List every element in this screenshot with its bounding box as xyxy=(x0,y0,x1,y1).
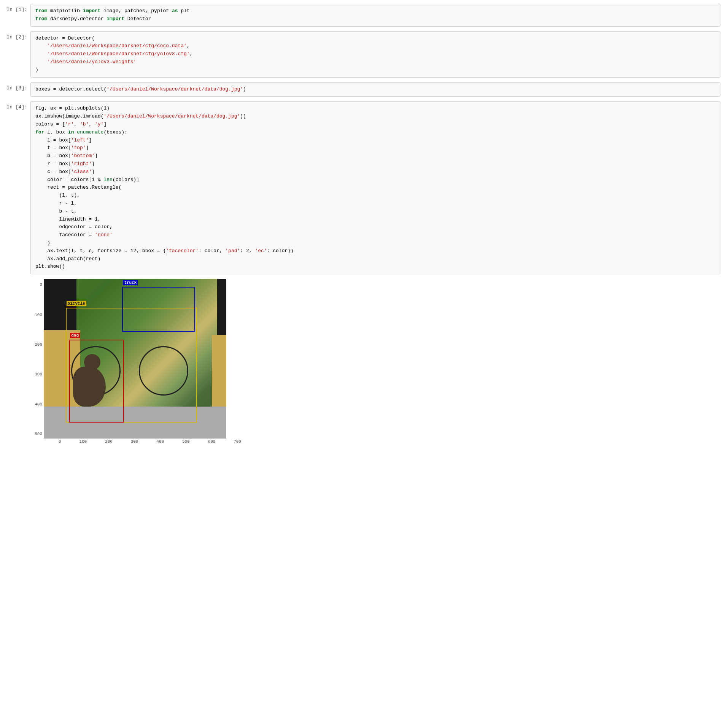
code-line: l = box['left'] xyxy=(35,137,715,145)
notebook-cell-cell4: In [4]:fig, ax = plt.subplots(1)ax.imsho… xyxy=(0,101,728,274)
code-line: ax.text(l, t, c, fontsize = 12, bbox = {… xyxy=(35,247,715,255)
code-line: from matplotlib import image, patches, p… xyxy=(35,7,715,15)
code-line: r = box['right'] xyxy=(35,160,715,168)
x-axis-row: 0100200300400500600700 xyxy=(59,439,241,444)
notebook-cell-cell3: In [3]:boxes = detector.detect('/Users/d… xyxy=(0,82,728,97)
bbox-truck: truck xyxy=(122,287,195,332)
cell-code-block[interactable]: from matplotlib import image, patches, p… xyxy=(30,4,720,27)
code-line: ax.imshow(image.imread('/Users/daniel/Wo… xyxy=(35,113,715,121)
code-line: from darknetpy.detector import Detector xyxy=(35,15,715,23)
code-line: color = colors[i % len(colors)] xyxy=(35,176,715,184)
code-line: edgecolor = color, xyxy=(35,223,715,231)
code-line: boxes = detector.detect('/Users/daniel/W… xyxy=(35,86,715,94)
x-axis-label: 400 xyxy=(156,439,164,444)
cell-label: In [3]: xyxy=(0,82,30,91)
bbox-dog: dog xyxy=(69,340,124,423)
cell-output-plot: 0100200300400500 xyxy=(30,279,720,444)
code-line: detector = Detector( xyxy=(35,35,715,43)
code-line: b = box['bottom'] xyxy=(35,152,715,160)
cell-code-block[interactable]: fig, ax = plt.subplots(1)ax.imshow(image… xyxy=(30,101,720,274)
code-line: '/Users/daniel/Workspace/darknet/cfg/yol… xyxy=(35,50,715,58)
x-axis-label: 500 xyxy=(182,439,190,444)
y-axis-label: 500 xyxy=(30,432,42,436)
cell-label: In [1]: xyxy=(0,4,30,13)
y-axis-label: 100 xyxy=(30,313,42,317)
code-line: for i, box in enumerate(boxes): xyxy=(35,129,715,137)
y-axis-label: 200 xyxy=(30,342,42,347)
notebook-cell-cell2: In [2]:detector = Detector( '/Users/dani… xyxy=(0,31,728,78)
code-line: facecolor = 'none' xyxy=(35,231,715,239)
y-axis-label: 0 xyxy=(30,283,42,287)
dog-label: dog xyxy=(70,333,80,338)
code-line: t = box['top'] xyxy=(35,144,715,152)
x-axis-label: 300 xyxy=(131,439,138,444)
x-axis-label: 600 xyxy=(208,439,216,444)
code-line: '/Users/daniel/yolov3.weights' xyxy=(35,58,715,66)
code-line: ax.add_patch(rect) xyxy=(35,255,715,263)
y-axis-label: 400 xyxy=(30,402,42,407)
code-line: fig, ax = plt.subplots(1) xyxy=(35,105,715,113)
x-axis: 0100200300400500600700 xyxy=(59,439,241,444)
plot-area: 0100200300400500 xyxy=(30,279,720,444)
x-axis-label: 200 xyxy=(105,439,113,444)
code-line: ) xyxy=(35,239,715,247)
code-line: '/Users/daniel/Workspace/darknet/cfg/coc… xyxy=(35,42,715,50)
plot-image: bicycle truck dog xyxy=(44,279,226,439)
code-line: r - l, xyxy=(35,200,715,208)
code-line: (l, t), xyxy=(35,192,715,200)
code-line: ) xyxy=(35,66,715,74)
code-line: plt.show() xyxy=(35,263,715,271)
code-line: colors = ['r', 'b', 'y'] xyxy=(35,121,715,129)
y-axis: 0100200300400500 xyxy=(30,279,44,444)
truck-label: truck xyxy=(123,280,138,285)
bicycle-label: bicycle xyxy=(67,301,86,306)
cell-label: In [2]: xyxy=(0,31,30,40)
code-line: linewidth = 1, xyxy=(35,216,715,224)
cell-code-block[interactable]: detector = Detector( '/Users/daniel/Work… xyxy=(30,31,720,78)
notebook-cell-cell1: In [1]:from matplotlib import image, pat… xyxy=(0,4,728,27)
code-line: c = box['class'] xyxy=(35,168,715,176)
x-axis-label: 100 xyxy=(79,439,87,444)
x-axis-label: 700 xyxy=(234,439,241,444)
y-axis-label: 300 xyxy=(30,372,42,377)
cell-code-block[interactable]: boxes = detector.detect('/Users/daniel/W… xyxy=(30,82,720,97)
code-line: rect = patches.Rectangle( xyxy=(35,184,715,192)
dog-scene: bicycle truck dog xyxy=(44,279,226,439)
code-line: b - t, xyxy=(35,208,715,216)
x-axis-label: 0 xyxy=(59,439,61,444)
cell-label: In [4]: xyxy=(0,101,30,110)
